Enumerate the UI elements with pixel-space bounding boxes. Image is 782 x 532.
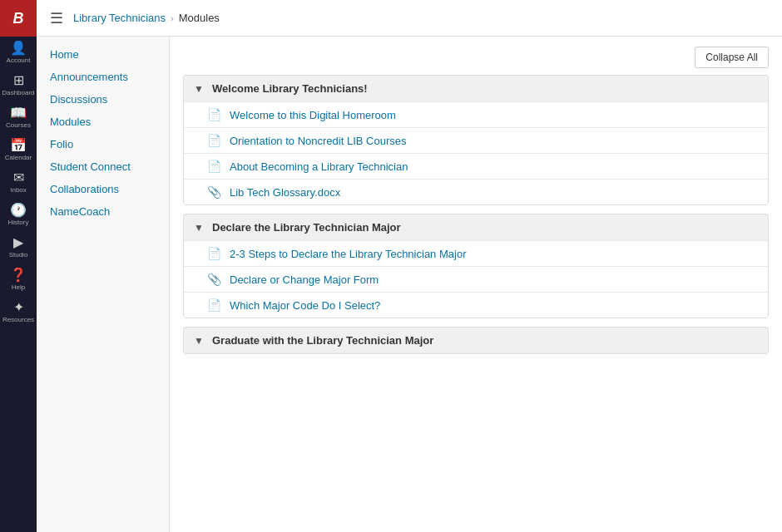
left-nav-namecoach[interactable]: NameCoach (37, 200, 169, 223)
sidebar-label-courses: Courses (6, 121, 31, 129)
module-group-0: ▼Welcome Library Technicians! 📄 Welcome … (183, 75, 769, 205)
module-group-1: ▼Declare the Library Technician Major 📄 … (183, 214, 769, 318)
sidebar-label-history: History (8, 219, 29, 226)
page-icon: 📄 (207, 247, 221, 260)
topbar: ☰ Library Technicians › Modules (37, 0, 782, 37)
calendar-icon: 📅 (10, 139, 27, 152)
module-title-1: Declare the Library Technician Major (212, 221, 401, 234)
module-item-1-0[interactable]: 📄 2-3 Steps to Declare the Library Techn… (184, 240, 768, 266)
dashboard-icon: ⊞ (13, 74, 24, 87)
sidebar-label-inbox: Inbox (10, 186, 27, 194)
collapse-all-button[interactable]: Collapse All (695, 47, 769, 68)
module-title-0: Welcome Library Technicians! (212, 82, 368, 95)
breadcrumb-separator: › (171, 13, 174, 23)
sidebar-label-dashboard: Dashboard (2, 89, 34, 96)
page-icon: 📄 (207, 108, 221, 121)
sidebar-logo[interactable]: B (0, 0, 37, 37)
module-toggle-2: ▼ (194, 335, 205, 347)
breadcrumb-current: Modules (179, 12, 220, 24)
module-group-header-2[interactable]: ▼Graduate with the Library Technician Ma… (184, 328, 768, 353)
sidebar-label-help: Help (12, 283, 25, 291)
left-nav-announcements[interactable]: Announcements (37, 66, 169, 88)
account-icon: 👤 (10, 42, 27, 55)
sidebar-item-account[interactable]: 👤 Account (0, 37, 37, 69)
attachment-icon: 📎 (207, 273, 221, 286)
module-item-text-1-1: Declare or Change Major Form (230, 273, 379, 286)
module-item-text-0-0: Welcome to this Digital Homeroom (230, 109, 396, 121)
sidebar-label-resources: Resources (2, 316, 34, 323)
module-item-1-2[interactable]: 📄 Which Major Code Do I Select? (184, 292, 768, 318)
sidebar-label-calendar: Calendar (5, 154, 32, 161)
studio-icon: ▶ (13, 236, 23, 249)
attachment-icon: 📎 (207, 185, 221, 199)
sidebar-item-inbox[interactable]: ✉ Inbox (0, 166, 37, 199)
module-title-2: Graduate with the Library Technician Maj… (212, 334, 433, 347)
logo-text: B (13, 10, 24, 27)
sidebar-item-resources[interactable]: ✦ Resources (0, 296, 37, 328)
left-nav-modules[interactable]: Modules (37, 111, 169, 133)
content-area: HomeAnnouncementsDiscussionsModulesFolio… (37, 37, 782, 532)
sidebar-item-calendar[interactable]: 📅 Calendar (0, 134, 37, 166)
module-toggle-0: ▼ (194, 83, 205, 95)
module-item-1-1[interactable]: 📎 Declare or Change Major Form (184, 266, 768, 292)
module-item-0-2[interactable]: 📄 About Becoming a Library Technician (184, 153, 768, 179)
inbox-icon: ✉ (13, 171, 24, 185)
main-content: Collapse All ▼Welcome Library Technician… (170, 37, 782, 532)
page-icon: 📄 (207, 298, 221, 312)
breadcrumb-course[interactable]: Library Technicians (73, 12, 166, 24)
module-item-text-0-1: Orientation to Noncredit LIB Courses (230, 135, 406, 147)
left-nav-folio[interactable]: Folio (37, 133, 169, 155)
page-icon: 📄 (207, 160, 221, 173)
module-item-text-0-3: Lib Tech Glossary.docx (230, 186, 340, 199)
sidebar-item-history[interactable]: 🕐 History (0, 199, 37, 231)
left-nav-student-connect[interactable]: Student Connect (37, 155, 169, 178)
module-item-0-3[interactable]: 📎 Lib Tech Glossary.docx (184, 179, 768, 204)
module-item-text-1-2: Which Major Code Do I Select? (230, 299, 380, 312)
module-item-text-1-0: 2-3 Steps to Declare the Library Technic… (230, 248, 466, 260)
module-item-0-1[interactable]: 📄 Orientation to Noncredit LIB Courses (184, 127, 768, 153)
hamburger-icon[interactable]: ☰ (47, 6, 67, 31)
module-group-header-1[interactable]: ▼Declare the Library Technician Major (184, 214, 768, 240)
module-item-0-0[interactable]: 📄 Welcome to this Digital Homeroom (184, 101, 768, 127)
module-toggle-1: ▼ (194, 222, 205, 234)
left-nav-home[interactable]: Home (37, 43, 169, 66)
page-icon: 📄 (207, 134, 221, 147)
sidebar-item-dashboard[interactable]: ⊞ Dashboard (0, 69, 37, 101)
sidebar-label-studio: Studio (9, 251, 28, 259)
sidebar-label-account: Account (7, 57, 31, 64)
sidebar-item-help[interactable]: ❓ Help (0, 264, 37, 296)
history-icon: 🕐 (10, 204, 27, 217)
sidebar-item-studio[interactable]: ▶ Studio (0, 231, 37, 264)
module-group-2: ▼Graduate with the Library Technician Ma… (183, 327, 769, 354)
left-nav: HomeAnnouncementsDiscussionsModulesFolio… (37, 37, 170, 532)
module-group-header-0[interactable]: ▼Welcome Library Technicians! (184, 76, 768, 101)
left-nav-collaborations[interactable]: Collaborations (37, 178, 169, 200)
left-nav-discussions[interactable]: Discussions (37, 88, 169, 111)
inner-topbar: Collapse All (183, 47, 769, 68)
sidebar: B 👤 Account ⊞ Dashboard 📖 Courses 📅 Cale… (0, 0, 37, 532)
courses-icon: 📖 (10, 106, 27, 120)
module-item-text-0-2: About Becoming a Library Technician (230, 160, 408, 173)
resources-icon: ✦ (13, 301, 24, 314)
sidebar-item-courses[interactable]: 📖 Courses (0, 101, 37, 134)
breadcrumb: Library Technicians › Modules (73, 12, 220, 24)
help-icon: ❓ (10, 268, 27, 282)
main-container: ☰ Library Technicians › Modules HomeAnno… (37, 0, 782, 532)
